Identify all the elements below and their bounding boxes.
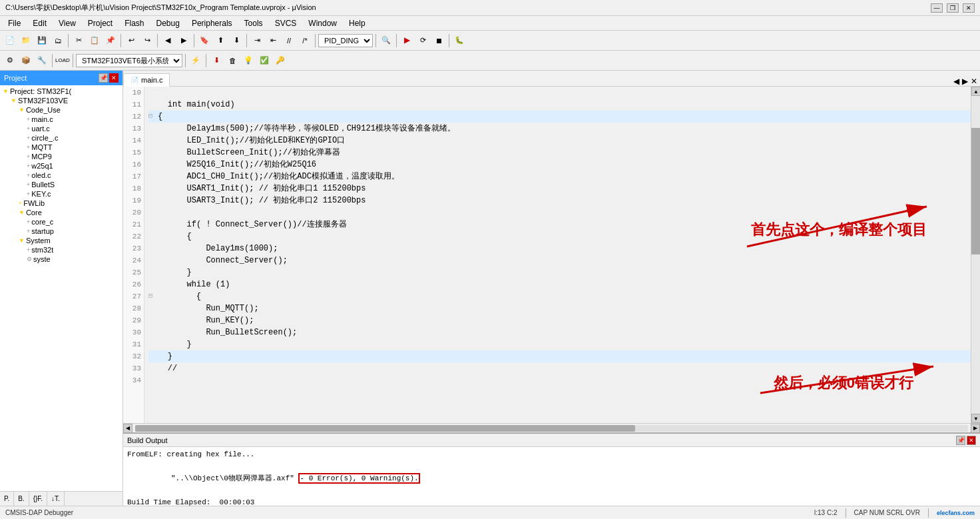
tree-item[interactable]: + main.c — [0, 115, 122, 124]
code-line[interactable]: LED_Init();//初始化LED和KEY的GPIO口 — [148, 135, 971, 147]
code-line[interactable]: ADC1_CH0_Init();//初始化ADC模拟通道，温度读取用。 — [148, 171, 971, 183]
tree-item[interactable]: + FWLib — [0, 199, 122, 208]
target-options-button[interactable]: ⚙ — [3, 53, 17, 68]
code-line[interactable]: W25Q16_Init();//初始化W25Q16 — [148, 159, 971, 171]
wizard-button[interactable]: ⚡ — [188, 53, 203, 68]
menu-item-edit[interactable]: Edit — [27, 17, 52, 29]
unindent-button[interactable]: ⇤ — [266, 33, 280, 48]
tree-item[interactable]: ▼ Project: STM32F1( — [0, 87, 122, 96]
tab-prev-button[interactable]: ◀ — [953, 77, 959, 86]
uncomment-button[interactable]: /* — [298, 33, 312, 48]
panel-tab-3[interactable]: ↓T. — [47, 492, 65, 506]
tree-item[interactable]: + w25q1 — [0, 161, 122, 171]
target-combo[interactable]: PID_DING — [318, 34, 373, 47]
build-close-button[interactable]: ✕ — [967, 436, 976, 445]
load-button[interactable]: LOAD — [55, 53, 70, 68]
code-line[interactable]: } — [148, 338, 971, 350]
open-button[interactable]: 📁 — [19, 33, 33, 48]
bookmark-button[interactable]: 🔖 — [197, 33, 212, 48]
cut-button[interactable]: ✂ — [71, 33, 86, 48]
comment-button[interactable]: // — [282, 33, 296, 48]
tree-item[interactable]: ▼ Code_Use — [0, 105, 122, 115]
code-line[interactable]: BulletScreen_Init();//初始化弹幕器 — [148, 147, 971, 159]
menu-item-project[interactable]: Project — [83, 17, 118, 29]
tree-item[interactable]: + circle_.c — [0, 133, 122, 143]
code-line[interactable]: Delay1ms(1000); — [148, 243, 971, 255]
expand-marker[interactable]: ⊟ — [148, 111, 156, 123]
flash-settings-button[interactable]: 🔑 — [273, 53, 288, 68]
code-line[interactable]: } — [148, 266, 971, 278]
menu-item-svcs[interactable]: SVCS — [270, 17, 302, 29]
tree-item[interactable]: + uart.c — [0, 124, 122, 133]
paste-button[interactable]: 📌 — [103, 33, 118, 48]
flash-erase-button[interactable]: 🗑 — [225, 53, 240, 68]
tree-item[interactable]: + MCP9 — [0, 152, 122, 161]
flash-download-button[interactable]: ⬇ — [209, 53, 224, 68]
code-line[interactable]: // — [148, 362, 971, 374]
menu-item-help[interactable]: Help — [344, 17, 371, 29]
project-tree[interactable]: ▼ Project: STM32F1(▼ STM32F103VE▼ Code_U… — [0, 85, 122, 491]
code-line[interactable]: USART1_Init(); // 初始化串口1 115200bps — [148, 183, 971, 195]
manage-button[interactable]: 📦 — [19, 53, 33, 68]
build-pin-button[interactable]: 📌 — [956, 436, 965, 445]
code-line[interactable]: Run_MQTT(); — [148, 302, 971, 314]
save-all-button[interactable]: 🗂 — [51, 33, 65, 48]
panel-tab-0[interactable]: P. — [0, 492, 14, 506]
menu-item-view[interactable]: View — [53, 17, 81, 29]
indent-button[interactable]: ⇥ — [250, 33, 264, 48]
minimize-button[interactable]: — — [931, 3, 943, 13]
menu-item-tools[interactable]: Tools — [239, 17, 268, 29]
back-button[interactable]: ◀ — [160, 33, 175, 48]
new-file-button[interactable]: 📄 — [3, 33, 17, 48]
tree-item[interactable]: + KEY.c — [0, 189, 122, 199]
flash-verify-button[interactable]: ✅ — [257, 53, 272, 68]
panel-pin-button[interactable]: 📌 — [99, 73, 108, 83]
editor-tab-main[interactable]: 📄 main.c — [123, 73, 170, 87]
tree-item[interactable]: ▼ Core — [0, 208, 122, 217]
menu-item-peripherals[interactable]: Peripherals — [186, 17, 238, 29]
tree-item[interactable]: + core_c — [0, 217, 122, 227]
scroll-down-button[interactable]: ▼ — [971, 414, 980, 423]
device-combo[interactable]: STM32F103VET6最小系统▼ — [76, 54, 182, 67]
redo-button[interactable]: ↪ — [140, 33, 154, 48]
code-content[interactable]: int main(void)⊟ { Delay1ms(500);//等待半秒，等… — [144, 87, 971, 423]
prev-mark-button[interactable]: ⬆ — [213, 33, 228, 48]
menu-item-flash[interactable]: Flash — [119, 17, 149, 29]
menu-item-debug[interactable]: Debug — [151, 17, 185, 29]
menu-item-file[interactable]: File — [3, 17, 26, 29]
tab-close-button[interactable]: ✕ — [971, 77, 977, 86]
scroll-thumb[interactable] — [971, 128, 980, 255]
undo-button[interactable]: ↩ — [124, 33, 138, 48]
build-button[interactable]: ▶ — [399, 33, 414, 48]
fwd-button[interactable]: ▶ — [176, 33, 191, 48]
close-button[interactable]: ✕ — [963, 3, 975, 13]
tree-item[interactable]: + MQTT — [0, 143, 122, 152]
components-button[interactable]: 🔧 — [35, 53, 49, 68]
tab-next-button[interactable]: ▶ — [962, 77, 968, 86]
code-line[interactable]: Connect_Server(); — [148, 255, 971, 266]
debug-button[interactable]: 🐛 — [452, 33, 467, 48]
panel-tab-2[interactable]: {}F. — [29, 492, 47, 506]
panel-tab-1[interactable]: B. — [14, 492, 29, 506]
scroll-up-button[interactable]: ▲ — [971, 87, 980, 96]
code-line[interactable]: ⊟ { — [148, 111, 971, 123]
expand-marker[interactable]: ⊟ — [148, 290, 156, 302]
code-line[interactable]: if( ! Connect_Server())//连接服务器 — [148, 219, 971, 231]
code-line[interactable]: Delay1ms(500);//等待半秒，等候OLED，CH9121模块等设备准… — [148, 123, 971, 135]
scroll-right-button[interactable]: ▶ — [971, 424, 980, 433]
tree-item[interactable]: + stm32t — [0, 245, 122, 255]
code-line[interactable]: { — [148, 231, 971, 243]
next-mark-button[interactable]: ⬇ — [229, 33, 244, 48]
tree-item[interactable]: + oled.c — [0, 171, 122, 180]
rebuild-button[interactable]: ⟳ — [415, 33, 430, 48]
panel-close-button[interactable]: ✕ — [109, 73, 119, 83]
restore-button[interactable]: ❐ — [947, 3, 959, 13]
code-line[interactable]: ⊟ { — [148, 290, 971, 302]
menu-item-window[interactable]: Window — [303, 17, 342, 29]
code-line[interactable] — [148, 207, 971, 219]
copy-button[interactable]: 📋 — [87, 33, 102, 48]
code-line[interactable]: } — [148, 350, 971, 362]
code-line[interactable]: Run_KEY(); — [148, 314, 971, 326]
scroll-track[interactable] — [971, 96, 980, 414]
save-button[interactable]: 💾 — [35, 33, 49, 48]
